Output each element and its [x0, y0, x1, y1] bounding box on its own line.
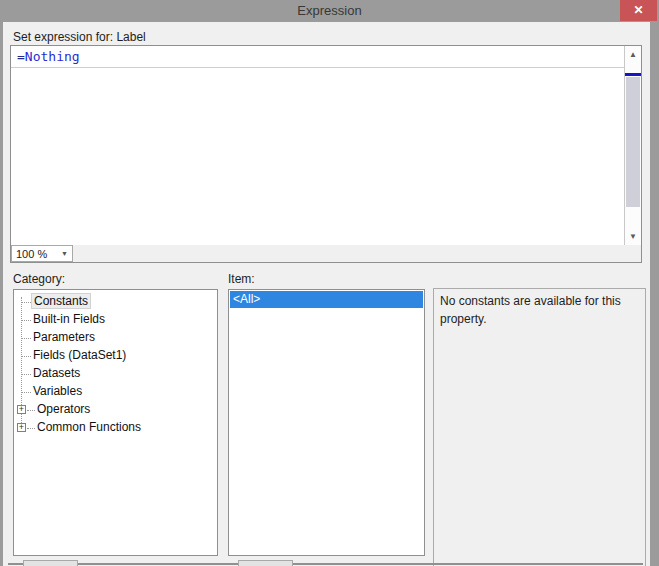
- set-expression-label: Set expression for: Label: [13, 30, 146, 44]
- item-list-panel: <All>: [228, 289, 425, 556]
- description-text: No constants are available for this prop…: [434, 289, 645, 331]
- tree-item-datasets[interactable]: Datasets: [14, 365, 217, 383]
- expand-plus-icon[interactable]: +: [17, 423, 26, 432]
- tree-connector: [27, 428, 35, 429]
- item-label: Item:: [228, 272, 255, 286]
- tree-connector: [22, 374, 31, 375]
- tree-item-common-functions[interactable]: +Common Functions: [14, 419, 217, 437]
- code-editor-area[interactable]: =Nothing: [11, 46, 624, 245]
- editor-vertical-scrollbar[interactable]: ▲ ▼: [624, 46, 641, 245]
- zoom-level-dropdown[interactable]: 100 % ▼: [11, 245, 73, 262]
- tree-item-label: Datasets: [33, 366, 80, 380]
- code-line: =Nothing: [11, 46, 624, 68]
- tree-item-fields-dataset1-[interactable]: Fields (DataSet1): [14, 347, 217, 365]
- category-tree-panel: ConstantsBuilt-in FieldsParametersFields…: [13, 289, 218, 556]
- scrollbar-thumb[interactable]: [626, 77, 640, 207]
- tree-item-label: Fields (DataSet1): [33, 348, 126, 362]
- tree-item-built-in-fields[interactable]: Built-in Fields: [14, 311, 217, 329]
- tree-connector: [22, 392, 31, 393]
- category-label: Category:: [13, 272, 65, 286]
- scrollbar-caret-marker: [625, 73, 641, 76]
- tree-item-variables[interactable]: Variables: [14, 383, 217, 401]
- cutoff-element-right: [238, 560, 293, 566]
- category-tree: ConstantsBuilt-in FieldsParametersFields…: [14, 290, 217, 437]
- tree-item-constants[interactable]: Constants: [14, 293, 217, 311]
- title-bar[interactable]: Expression: [0, 0, 659, 22]
- item-list: <All>: [229, 290, 424, 309]
- tree-item-label: Built-in Fields: [33, 312, 105, 326]
- tree-item-label: Common Functions: [37, 420, 141, 434]
- close-icon: ✕: [633, 3, 643, 17]
- cutoff-element-left: [23, 560, 78, 566]
- dialog-body: Set expression for: Label =Nothing ▲ ▼ 1…: [3, 22, 650, 566]
- zoom-level-value: 100 %: [16, 248, 47, 260]
- tree-item-label: Parameters: [33, 330, 95, 344]
- tree-item-label: Variables: [33, 384, 82, 398]
- description-panel: No constants are available for this prop…: [433, 288, 646, 566]
- chevron-down-icon: ▼: [61, 250, 68, 257]
- keyword-token: Nothing: [25, 49, 80, 64]
- close-button[interactable]: ✕: [620, 0, 657, 21]
- operator-token: =: [17, 49, 25, 64]
- tree-connector: [22, 320, 31, 321]
- tree-item-parameters[interactable]: Parameters: [14, 329, 217, 347]
- tree-item-operators[interactable]: +Operators: [14, 401, 217, 419]
- cutoff-bottom-divider: [8, 563, 643, 565]
- editor-bottom-strip: 100 % ▼: [11, 245, 641, 262]
- tree-connector: [22, 356, 31, 357]
- expand-plus-icon[interactable]: +: [17, 405, 26, 414]
- tree-connector: [22, 338, 31, 339]
- tree-connector: [22, 302, 31, 303]
- expression-editor: =Nothing ▲ ▼ 100 % ▼: [10, 45, 642, 263]
- list-item[interactable]: <All>: [230, 291, 423, 308]
- tree-item-label: Operators: [37, 402, 90, 416]
- scroll-down-icon[interactable]: ▼: [625, 228, 641, 245]
- scroll-up-icon[interactable]: ▲: [625, 46, 641, 63]
- window-title: Expression: [0, 0, 659, 22]
- tree-item-label: Constants: [31, 293, 91, 309]
- tree-connector: [27, 410, 35, 411]
